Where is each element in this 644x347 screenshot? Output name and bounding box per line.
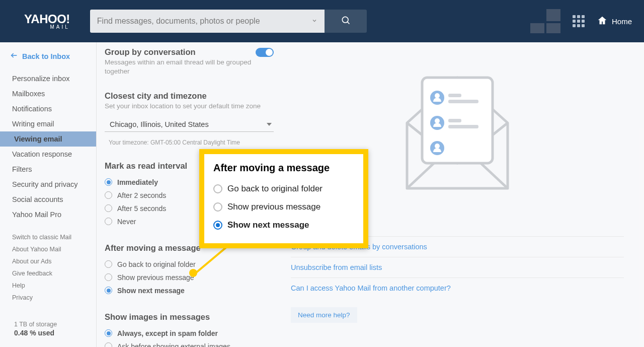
search-placeholder: Find messages, documents, photos or peop… [97, 17, 260, 26]
radio-label: Go back to original folder [117, 260, 196, 268]
closest-city: Closest city and timezone Set your inbox… [105, 91, 274, 146]
callout: After moving a message Go back to origin… [199, 149, 368, 248]
search-icon [341, 15, 351, 27]
show-images-option[interactable]: Always, except in spam folder [105, 327, 274, 340]
header-right: Home [530, 9, 632, 33]
callout-title: After moving a message [213, 162, 354, 174]
search-input[interactable]: Find messages, documents, photos or peop… [90, 10, 325, 33]
radio-icon [105, 260, 112, 268]
svg-point-6 [435, 93, 440, 98]
sidebar-item-security-and-privacy[interactable]: Security and privacy [0, 177, 96, 192]
sidebar-item-notifications[interactable]: Notifications [0, 101, 96, 116]
radio-label: Show previous message [227, 202, 320, 212]
sidebar-link-switch-to-classic-mail[interactable]: Switch to classic Mail [0, 231, 96, 243]
svg-rect-11 [448, 119, 461, 122]
radio-label: Never [117, 218, 136, 226]
sidebar-link-give-feedback[interactable]: Give feedback [0, 267, 96, 280]
app-header: YAHOO! MAIL Find messages, documents, ph… [0, 0, 644, 42]
radio-label: Go back to original folder [227, 184, 323, 194]
sidebar-link-about-our-ads[interactable]: About our Ads [0, 255, 96, 267]
radio-label: Immediately [117, 178, 158, 186]
radio-icon [105, 218, 112, 225]
storage-used: 0.48 % used [14, 329, 82, 337]
after-move-option[interactable]: Go back to original folder [105, 258, 274, 271]
show-images-option[interactable]: Ask before showing external images [105, 340, 274, 347]
after-moving: After moving a message Go back to origin… [105, 243, 274, 297]
radio-icon [105, 329, 112, 337]
settings-nav: Personalize inboxMailboxesNotificationsW… [0, 71, 96, 222]
back-label: Back to Inbox [22, 52, 70, 60]
sidebar-item-viewing-email[interactable]: Viewing email [0, 131, 96, 147]
settings-sidebar: Back to Inbox Personalize inboxMailboxes… [0, 42, 97, 347]
sidebar-link-help[interactable]: Help [0, 280, 96, 292]
apps-menu-icon[interactable] [573, 15, 585, 27]
callout-pointer-dot [189, 269, 197, 277]
city-select[interactable]: Chicago, Illinois, United States [105, 117, 274, 132]
radio-label: Ask before showing external images [117, 342, 230, 347]
setting-desc: Messages within an email thread will be … [105, 58, 274, 76]
radio-icon [213, 221, 222, 230]
home-icon [597, 15, 608, 28]
callout-after-move-option[interactable]: Show next message [213, 216, 354, 234]
need-more-help-button[interactable]: Need more help? [291, 307, 357, 323]
home-label: Home [612, 17, 632, 26]
svg-point-14 [435, 144, 440, 149]
home-link[interactable]: Home [597, 15, 632, 28]
radio-icon [105, 342, 112, 347]
logo[interactable]: YAHOO! MAIL [24, 13, 70, 30]
chevron-down-icon[interactable] [311, 17, 317, 26]
sidebar-item-filters[interactable]: Filters [0, 162, 96, 177]
radio-icon [105, 273, 112, 281]
svg-rect-7 [448, 94, 461, 97]
envelope-illustration [387, 57, 528, 200]
group-toggle[interactable] [256, 48, 274, 57]
show-images: Show images in messages Always, except i… [105, 312, 274, 347]
callout-after-move-option[interactable]: Show previous message [213, 198, 354, 216]
storage-total: 1 TB of storage [14, 321, 82, 328]
radio-icon [105, 191, 112, 199]
radio-icon [105, 287, 112, 294]
city-value: Chicago, Illinois, United States [110, 120, 209, 128]
radio-icon [213, 202, 222, 212]
after-move-option[interactable]: Show next message [105, 284, 274, 297]
setting-title: Closest city and timezone [105, 91, 274, 101]
setting-title: Group by conversation [105, 47, 196, 57]
svg-line-1 [347, 22, 349, 24]
sidebar-link-about-yahoo-mail[interactable]: About Yahoo Mail [0, 243, 96, 255]
sidebar-item-yahoo-mail-pro[interactable]: Yahoo Mail Pro [0, 207, 96, 222]
svg-marker-3 [267, 123, 272, 126]
storage-meter: 1 TB of storage 0.48 % used [0, 321, 96, 347]
sidebar-item-social-accounts[interactable]: Social accounts [0, 192, 96, 207]
dropdown-icon [267, 120, 272, 128]
radio-label: Show previous message [117, 273, 194, 282]
search-button[interactable] [325, 10, 367, 33]
radio-icon [105, 204, 112, 212]
sidebar-item-mailboxes[interactable]: Mailboxes [0, 86, 96, 101]
radio-label: Show next message [117, 287, 185, 295]
timezone-note: Your timezone: GMT-05:00 Central Dayligh… [105, 139, 274, 146]
radio-label: After 5 seconds [117, 204, 166, 213]
help-link[interactable]: Unsubscribe from email lists [291, 257, 624, 277]
svg-point-10 [435, 118, 440, 123]
radio-label: Show next message [227, 220, 309, 230]
radio-icon [105, 178, 112, 186]
logo-text: YAHOO! [24, 13, 70, 25]
callout-after-move-option[interactable]: Go back to original folder [213, 180, 354, 198]
settings-subnav: Switch to classic MailAbout Yahoo MailAb… [0, 231, 96, 304]
account-avatar[interactable] [530, 9, 560, 33]
setting-desc: Set your inbox location to set your defa… [105, 102, 274, 111]
radio-label: Always, except in spam folder [117, 329, 218, 337]
sidebar-item-vacation-response[interactable]: Vacation response [0, 147, 96, 162]
sidebar-item-personalize-inbox[interactable]: Personalize inbox [0, 71, 96, 86]
search: Find messages, documents, photos or peop… [90, 10, 367, 33]
sidebar-link-privacy[interactable]: Privacy [0, 292, 96, 304]
setting-title: Show images in messages [105, 312, 274, 322]
sidebar-item-writing-email[interactable]: Writing email [0, 116, 96, 131]
svg-rect-12 [448, 125, 478, 128]
radio-label: After 2 seconds [117, 191, 166, 199]
svg-rect-8 [448, 100, 478, 103]
arrow-left-icon [10, 51, 18, 61]
svg-point-0 [342, 17, 348, 23]
back-to-inbox[interactable]: Back to Inbox [0, 48, 96, 66]
help-link[interactable]: Can I access Yahoo Mail from another com… [291, 277, 624, 298]
